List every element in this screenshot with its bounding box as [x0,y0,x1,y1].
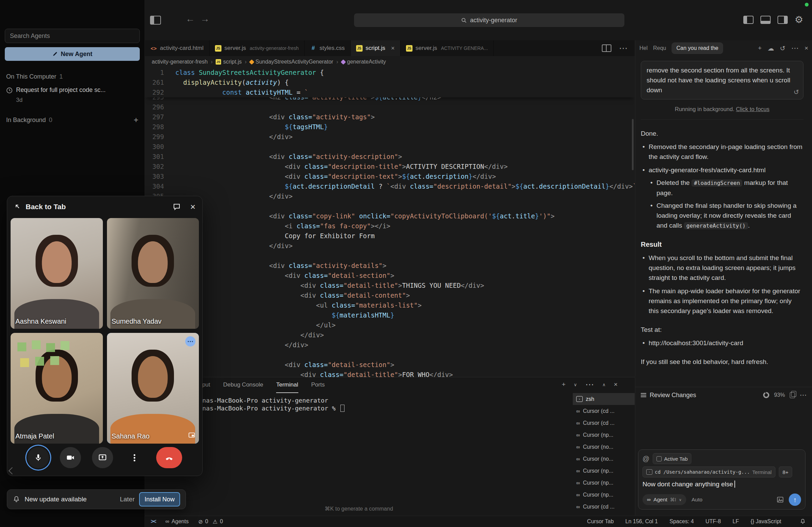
copy-icon[interactable] [790,392,795,398]
new-terminal-icon[interactable]: + [562,381,566,388]
code-line[interactable]: 321 [145,350,635,360]
agents-search[interactable] [5,29,140,43]
bell-icon[interactable] [800,518,806,525]
code-line[interactable]: 317 ${materialsHTML} [145,310,635,320]
pip-icon[interactable] [188,431,195,440]
code-line[interactable]: 310 </div> [145,241,635,251]
editor-tab-styles.css-2[interactable]: #styles.css [304,40,351,56]
breadcrumb-item-generateActivity[interactable]: generateActivity [341,59,386,65]
terminal-session-Cursor (np...-8[interactable]: ∞Cursor (np... [573,489,635,501]
gear-icon[interactable]: ⚙ [795,15,803,25]
code-viewport[interactable]: 295 <h2 class="activity-title">${act.tit… [145,68,635,377]
remote-icon[interactable]: >< [151,518,156,525]
terminal-session-zsh-0[interactable]: ›zsh [573,393,635,405]
code-line[interactable]: 322 <div class="detail-section"> [145,360,635,370]
forward-arrow-icon[interactable]: → [200,14,209,24]
terminal-session-Cursor (np...-3[interactable]: ∞Cursor (np... [573,429,635,441]
chat-input[interactable]: Now dont change anything else [642,481,801,488]
add-background-agent-button[interactable]: + [134,116,138,124]
new-chat-icon[interactable]: + [758,44,762,52]
toggle-right-panel-icon[interactable] [777,16,788,24]
code-line[interactable]: 298 ${tagsHTML} [145,122,635,132]
participant-tile-Sahana Rao[interactable]: Sahana Rao⋯ [107,333,199,444]
code-line[interactable]: 303 <div class="description-text">${act.… [145,172,635,181]
status-item-Cursor Tab[interactable]: Cursor Tab [587,518,614,525]
terminal-session-Cursor (cd ...-9[interactable]: ∞Cursor (cd ... [573,501,635,513]
code-line[interactable]: 315 <div class="detail-content"> [145,290,635,300]
participant-tile-Atmaja Patel[interactable]: Atmaja Patel [11,333,103,444]
click-to-focus-link[interactable]: Click to focus [736,106,769,112]
status-item-UTF-8[interactable]: UTF-8 [705,518,721,525]
mention-icon[interactable]: @ [642,455,649,463]
back-arrow-icon[interactable]: ← [186,14,195,24]
code-line[interactable]: 323 <div class="detail-title">FOR WHO</d… [145,370,635,377]
code-line[interactable]: 292 const activityHTML = ` [145,87,635,97]
terminal-session-Cursor (cd ...-2[interactable]: ∞Cursor (cd ... [573,417,635,429]
code-line[interactable]: 312 <div class="activity-details"> [145,261,635,271]
review-changes-label[interactable]: Review Changes [650,392,696,399]
undo-icon[interactable]: ↺ [794,87,799,97]
command-search-bar[interactable]: activity-generator [354,13,624,27]
code-line[interactable]: 316 <ul class="materials-list"> [145,300,635,310]
breadcrumb-item-script.js[interactable]: JSscript.js [216,59,242,65]
code-line[interactable]: 313 <div class="detail-section"> [145,271,635,281]
close-icon[interactable]: × [391,45,395,52]
code-line[interactable]: 306 [145,201,635,211]
image-icon[interactable] [776,496,784,503]
breadcrumb-item-activity-generator-fresh[interactable]: activity-generator-fresh [152,59,208,65]
back-to-tab-icon[interactable] [14,203,22,211]
install-now-button[interactable]: Install Now [139,492,180,506]
terminal-session-Cursor (no...-4[interactable]: ∞Cursor (no... [573,441,635,453]
later-button[interactable]: Later [120,496,135,503]
participant-tile-Aashna Keswani[interactable]: Aashna Keswani [11,218,103,329]
history-icon[interactable]: ↺ [780,44,785,52]
code-line[interactable]: 307 <div class="copy-link" onclick="copy… [145,211,635,221]
more-options-button[interactable] [124,447,145,468]
terminal-session-Cursor (cd ...-1[interactable]: ∞Cursor (cd ... [573,405,635,417]
code-line[interactable]: 300 [145,142,635,152]
code-line[interactable]: 301 <div class="activity-description"> [145,152,635,162]
participant-tile-Sumedha Yadav[interactable]: Sumedha Yadav [107,218,199,329]
breadcrumb-item-SundayStreetsActivityGenerator[interactable]: SundayStreetsActivityGenerator [250,59,334,65]
terminal-session-Cursor (np...-7[interactable]: ∞Cursor (np... [573,477,635,489]
code-line[interactable]: 297 <div class="activity-tags"> [145,112,635,122]
editor-tab-activity-card.html-0[interactable]: <>activity-card.html [145,40,209,56]
editor-tab-server.js-1[interactable]: JSserver.jsactivity-generator-fresh [209,40,304,56]
panel-tab-Ports[interactable]: Ports [311,377,325,393]
back-to-tab-label[interactable]: Back to Tab [26,203,66,211]
new-agent-button[interactable]: New Agent [5,47,140,61]
code-line[interactable]: 320 </div> [145,340,635,350]
close-panel-icon[interactable]: × [614,381,618,388]
panel-tab-Debug Console[interactable]: Debug Console [223,377,263,393]
status-item-Ln 156, Col 1[interactable]: Ln 156, Col 1 [625,518,658,525]
code-line[interactable]: 311 [145,251,635,261]
code-line[interactable]: 302 <div class="description-title">ACTIV… [145,162,635,172]
status-item-{} JavaScript[interactable]: {} JavaScript [750,518,781,525]
editor-tab-script.js-3[interactable]: JSscript.js× [351,40,401,56]
resize-handle[interactable] [9,467,16,474]
code-line[interactable]: 318 </ul> [145,320,635,330]
send-button[interactable]: ↑ [789,494,801,506]
toggle-bottom-panel-icon[interactable] [760,16,771,24]
chat-bubble-icon[interactable] [173,203,181,211]
active-tab-context-chip[interactable]: Active Tab [653,453,691,464]
code-line[interactable]: 305 </div> [145,191,635,201]
code-line[interactable]: 308 <i class="fas fa-copy"></i> [145,221,635,231]
maximize-panel-icon[interactable]: ∧ [602,382,606,387]
agents-search-input[interactable] [9,32,135,40]
camera-button[interactable] [60,447,81,468]
split-editor-icon[interactable] [602,44,611,52]
close-chat-icon[interactable]: × [804,44,808,52]
chat-tab-Requ[interactable]: Requ [653,45,666,51]
model-selector[interactable]: Auto [692,497,703,503]
editor-tab-server.js-4[interactable]: JSserver.jsACTIVITY GENERA... [401,40,494,56]
hang-up-button[interactable] [156,447,182,468]
code-line[interactable]: 304 ${act.descriptionDetail ? `<div clas… [145,181,635,191]
agents-status-item[interactable]: ∞ Agents [165,518,189,525]
status-item-Spaces: 4[interactable]: Spaces: 4 [669,518,694,525]
terminal-session-Cursor (np...-6[interactable]: ∞Cursor (np... [573,465,635,477]
code-line[interactable]: 314 <div class="detail-title">THINGS YOU… [145,281,635,290]
code-line[interactable]: 319 </div> [145,330,635,340]
mode-selector[interactable]: ∞ Agent ⌘I ∨ [642,494,686,505]
editor-scrollbar[interactable] [632,119,634,170]
